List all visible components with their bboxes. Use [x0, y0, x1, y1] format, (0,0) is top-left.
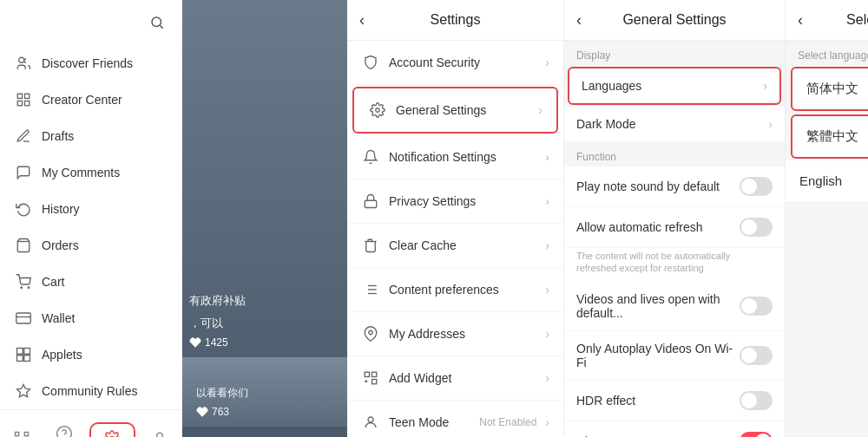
add-widget-icon — [361, 369, 380, 388]
svg-point-8 — [21, 287, 23, 289]
sidebar-item-cart[interactable]: Cart — [0, 264, 181, 300]
sidebar-search-bar — [0, 0, 181, 45]
general-settings-chevron: › — [538, 103, 542, 117]
help-center-icon — [55, 424, 74, 437]
settings-panel: ‹ Settings Account Security › General Se… — [347, 0, 564, 437]
notification-label: Notification Settings — [389, 150, 536, 164]
settings-item-account-security[interactable]: Account Security › — [347, 41, 563, 85]
general-item-play-sound[interactable]: Play note sound by default — [564, 166, 785, 207]
svg-point-33 — [369, 330, 373, 335]
settings-item-add-widget[interactable]: Add Widget › — [347, 356, 563, 401]
history-icon — [14, 199, 33, 218]
sidebar-label-wallet: Wallet — [42, 311, 75, 325]
sidebar-item-wallet[interactable]: Wallet — [0, 300, 181, 336]
svg-point-9 — [28, 287, 30, 289]
scan-icon — [12, 429, 31, 437]
svg-rect-13 — [24, 349, 30, 355]
settings-item-teen-mode[interactable]: Teen Mode Not Enabled › — [347, 401, 563, 437]
general-item-hdr[interactable]: HDR effect — [564, 381, 785, 421]
svg-rect-14 — [17, 355, 23, 362]
lang-item-simplified-chinese[interactable]: 简体中文 — [791, 67, 868, 111]
dark-mode-label: Dark Mode — [576, 117, 768, 131]
general-item-autoplay[interactable]: Only Autoplay Videos On Wi-Fi — [564, 331, 785, 381]
hdr-toggle[interactable] — [740, 391, 773, 410]
settings-back-button[interactable]: ‹ — [359, 11, 365, 29]
videos-default-toggle[interactable] — [740, 297, 773, 316]
svg-rect-34 — [365, 372, 369, 376]
teen-mode-icon — [361, 413, 380, 432]
account-security-chevron: › — [545, 55, 549, 69]
sidebar-item-community-rules[interactable]: Community Rules — [0, 373, 181, 409]
general-item-videos-default[interactable]: Videos and lives open with default... — [564, 282, 785, 331]
function-section-label: Function — [564, 142, 785, 166]
content-text-2: ，可以 — [182, 312, 347, 335]
autoplay-toggle[interactable] — [740, 346, 773, 365]
settings-item-notification[interactable]: Notification Settings › — [347, 135, 563, 179]
language-back-button[interactable]: ‹ — [798, 11, 803, 29]
lang-section-label: Select language — [786, 41, 868, 65]
sidebar-label-discover-friends: Discover Friends — [42, 56, 133, 70]
history-toggle[interactable] — [740, 432, 773, 437]
addresses-label: My Addresses — [389, 327, 536, 341]
display-section-label: Display — [564, 41, 785, 65]
tab-settings[interactable]: Settings — [89, 422, 135, 437]
lang-item-english[interactable]: English ✓ — [786, 160, 868, 202]
sidebar-item-drafts[interactable]: Drafts — [0, 118, 181, 154]
account-security-label: Account Security — [389, 55, 536, 69]
svg-point-37 — [368, 417, 373, 422]
svg-point-24 — [157, 433, 163, 437]
svg-marker-16 — [17, 385, 30, 397]
autoplay-label: Only Autoplay Videos On Wi-Fi — [576, 342, 740, 369]
lang-item-traditional-chinese[interactable]: 繁體中文 — [791, 114, 868, 159]
language-panel-title: Select language — [846, 12, 868, 28]
settings-item-general-settings[interactable]: General Settings › — [352, 87, 558, 134]
general-panel-header: ‹ General Settings — [564, 0, 785, 41]
settings-item-privacy[interactable]: Privacy Settings › — [347, 179, 563, 224]
content-prefs-icon — [361, 280, 380, 299]
sidebar-item-orders[interactable]: Orders — [0, 227, 181, 264]
sidebar: Discover Friends Creator Center Drafts M… — [0, 0, 182, 437]
content-like-2: 763 — [189, 404, 340, 420]
bottom-tab-bar: Scan Help Center Settings Me — [0, 409, 181, 437]
notification-icon — [361, 147, 380, 166]
svg-point-21 — [57, 427, 72, 437]
sidebar-item-applets[interactable]: Applets — [0, 336, 181, 373]
general-item-languages[interactable]: Languages › — [568, 67, 781, 105]
play-sound-toggle[interactable] — [740, 177, 773, 196]
tab-help-center[interactable]: Help Center — [43, 419, 85, 437]
dark-mode-chevron: › — [768, 117, 773, 131]
svg-rect-12 — [17, 349, 23, 355]
privacy-icon — [361, 192, 380, 211]
sidebar-label-my-comments: My Comments — [42, 166, 120, 179]
auto-refresh-desc: The content will not be automatically re… — [564, 248, 785, 282]
sidebar-item-my-comments[interactable]: My Comments — [0, 154, 181, 191]
teen-mode-chevron: › — [545, 415, 549, 429]
content-text-1: 有政府补贴 — [182, 290, 347, 312]
play-sound-label: Play note sound by default — [576, 179, 740, 193]
content-prefs-label: Content preferences — [389, 283, 536, 297]
english-label: English — [799, 173, 868, 188]
sidebar-item-discover-friends[interactable]: Discover Friends — [0, 45, 181, 82]
auto-refresh-toggle[interactable] — [740, 218, 773, 237]
svg-rect-36 — [372, 380, 377, 384]
general-settings-panel: ‹ General Settings Display Languages › D… — [564, 0, 786, 437]
content-area: 有政府补贴 ，可以 1425 以看看你们 763 — [182, 0, 347, 437]
general-item-auto-refresh[interactable]: Allow automatic refresh — [564, 207, 785, 248]
search-icon[interactable] — [145, 10, 169, 35]
settings-item-addresses[interactable]: My Addresses › — [347, 312, 563, 356]
general-item-dark-mode[interactable]: Dark Mode › — [564, 107, 785, 142]
addresses-icon — [361, 324, 380, 343]
sidebar-item-history[interactable]: History — [0, 191, 181, 227]
notification-chevron: › — [545, 150, 549, 164]
tab-me[interactable]: Me — [139, 424, 181, 437]
general-item-history[interactable]: History — [564, 421, 785, 437]
settings-item-clear-cache[interactable]: Clear Cache › — [347, 224, 563, 268]
general-settings-icon — [368, 101, 387, 120]
sidebar-item-creator-center[interactable]: Creator Center — [0, 82, 181, 118]
settings-icon — [102, 429, 122, 437]
settings-item-content-prefs[interactable]: Content preferences › — [347, 268, 563, 312]
general-back-button[interactable]: ‹ — [576, 11, 582, 29]
svg-rect-18 — [24, 433, 28, 436]
content-like-1: 1425 — [182, 335, 347, 350]
tab-scan[interactable]: Scan — [0, 424, 43, 437]
